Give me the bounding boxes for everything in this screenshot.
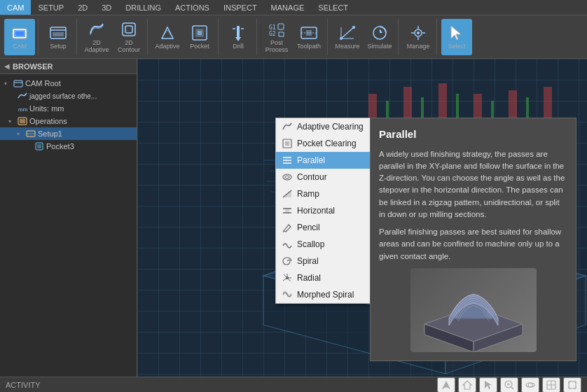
tree-item-units[interactable]: mm Units: mm: [0, 102, 137, 115]
svg-rect-90: [285, 141, 289, 146]
svg-line-103: [284, 274, 287, 278]
parallel-menu-label: Parallel: [297, 155, 325, 165]
toolpath-icon: [299, 23, 319, 43]
status-nav-icon[interactable]: [437, 377, 455, 393]
tool-2d-adaptive[interactable]: 2D Adaptive: [81, 19, 112, 55]
menu-cam[interactable]: CAM: [0, 0, 31, 15]
tool-toolpath[interactable]: Toolpath: [294, 19, 324, 55]
menu-setup[interactable]: SETUP: [31, 0, 71, 15]
menu-drilling[interactable]: DRILLING: [118, 0, 168, 15]
surface-label: jagged surface othe...: [29, 92, 97, 100]
tool-2d-contour[interactable]: 2D Contour: [113, 19, 144, 55]
svg-rect-6: [123, 23, 135, 36]
tool-cam[interactable]: CAM: [4, 19, 35, 55]
toolpath-label: Toolpath: [297, 43, 321, 50]
tool-pocket[interactable]: Pocket: [184, 19, 215, 55]
tree-item-cam-root[interactable]: ▾ CAM Root: [0, 77, 137, 90]
menu-inspect[interactable]: INSPECT: [216, 0, 264, 15]
svg-text:mm: mm: [18, 106, 27, 113]
manage-label: Manage: [407, 43, 430, 50]
status-zoom-icon[interactable]: [500, 377, 518, 393]
tree-item-setup1[interactable]: ▾ Setup1: [0, 127, 137, 140]
tool-g1g2[interactable]: G1 G2 Post Process: [261, 19, 292, 55]
operations-label: Operations: [29, 117, 67, 125]
tool-simulation[interactable]: Simulate: [364, 19, 395, 55]
menu-manage[interactable]: MANAGE: [264, 0, 312, 15]
toolbar-group-actions: G1 G2 Post Process Toolpath: [258, 18, 328, 55]
toolbar-group-setup: Setup: [40, 18, 77, 55]
svg-marker-110: [463, 381, 471, 389]
tree-area: ▾ CAM Root jagged surface othe...: [0, 74, 137, 377]
tool-measure[interactable]: Measure: [332, 19, 363, 55]
svg-rect-10: [198, 31, 202, 35]
setup1-label: Setup1: [38, 130, 62, 138]
operations-icon: [18, 116, 27, 126]
toolbar-group-inspect: Measure Simulate: [329, 18, 399, 55]
units-label: Units: mm: [29, 104, 64, 113]
toolbar-group-3d: Adaptive Pocket: [149, 18, 219, 55]
svg-marker-12: [235, 37, 241, 41]
svg-point-25: [352, 26, 355, 29]
pocket3-label: Pocket3: [46, 142, 74, 150]
radial-menu-icon: [282, 272, 293, 284]
status-home-icon[interactable]: [458, 377, 476, 393]
simulation-icon: [370, 23, 389, 43]
menu-3d[interactable]: 3D: [95, 0, 118, 15]
tooltip-panel: Parallel A widely used finishing strateg…: [370, 118, 576, 361]
tree-item-surface[interactable]: jagged surface othe...: [0, 90, 137, 102]
status-window-icon[interactable]: [542, 377, 560, 393]
manage-icon: [408, 23, 428, 43]
svg-text:G2: G2: [269, 31, 276, 37]
pocket-menu-icon: [282, 138, 293, 149]
activity-label: ACTIVITY: [6, 381, 41, 389]
svg-rect-2: [15, 31, 24, 36]
tool-3d-adaptive[interactable]: Adaptive: [152, 19, 183, 55]
browser-header: ◀ BROWSER: [0, 59, 137, 74]
menu-2d[interactable]: 2D: [71, 0, 95, 15]
svg-line-113: [511, 387, 513, 389]
simulation-label: Simulate: [367, 43, 392, 50]
toolbar-group-cam: CAM: [1, 18, 39, 55]
tree-item-operations[interactable]: ▾ Operations: [0, 115, 137, 127]
menu-select[interactable]: SELECT: [311, 0, 355, 15]
svg-text:G1: G1: [269, 24, 276, 31]
select-label: Select: [448, 43, 465, 50]
svg-line-105: [287, 278, 291, 281]
svg-rect-7: [125, 26, 132, 33]
svg-line-104: [283, 278, 287, 281]
tool-drill[interactable]: Drill: [223, 19, 254, 55]
cam-icon: [10, 23, 29, 43]
svg-point-117: [528, 383, 532, 387]
g1g2-icon: G1 G2: [267, 20, 286, 39]
svg-rect-98: [285, 209, 289, 213]
horizontal-menu-icon: [282, 205, 293, 216]
radial-label: Radial: [297, 273, 321, 283]
toolbar-group-2d: 2D Adaptive 2D Contour: [78, 18, 148, 55]
status-icons: [437, 377, 581, 393]
drill-icon: [228, 23, 248, 43]
tree-item-pocket3[interactable]: Pocket3: [0, 140, 137, 153]
menu-actions[interactable]: ACTIONS: [168, 0, 216, 15]
setup1-icon: [26, 129, 36, 139]
tool-select[interactable]: Select: [441, 19, 472, 55]
contour-label: Contour: [297, 172, 327, 182]
svg-rect-17: [278, 24, 284, 29]
svg-rect-44: [37, 144, 41, 148]
2d-adaptive-icon: [87, 20, 106, 39]
tool-manage[interactable]: Manage: [403, 19, 434, 55]
cam-root-icon: [13, 78, 23, 88]
parallel-menu-icon: [282, 155, 293, 166]
tool-setup[interactable]: Setup: [43, 19, 74, 55]
3d-adaptive-label: Adaptive: [155, 43, 179, 50]
cam-root-label: CAM Root: [25, 79, 61, 88]
svg-line-21: [341, 27, 354, 38]
svg-rect-121: [569, 382, 576, 388]
tooltip-title: Parallel: [379, 127, 567, 143]
scallop-label: Scallop: [297, 239, 324, 249]
viewport[interactable]: Adaptive Clearing Pocket Clearing: [137, 59, 587, 377]
status-orbit-icon[interactable]: [521, 377, 539, 393]
toolbar: CAM Setup 2D Adaptive: [0, 15, 587, 59]
g1g2-label: Post Process: [263, 40, 291, 54]
status-fullscreen-icon[interactable]: [563, 377, 581, 393]
status-cursor-icon[interactable]: [479, 377, 497, 393]
